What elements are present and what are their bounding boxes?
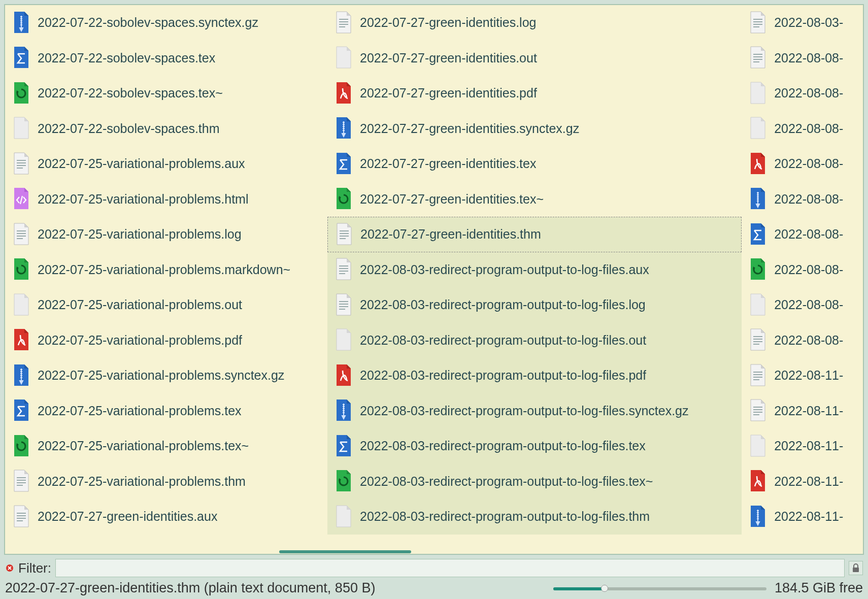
- lock-filter-button[interactable]: [849, 561, 863, 575]
- txt-file-icon: [11, 505, 31, 529]
- file-name-label: 2022-08-11-: [774, 474, 843, 489]
- file-item[interactable]: 2022-08-08-: [742, 252, 863, 288]
- file-item[interactable]: 2022-07-25-variational-problems.aux: [5, 146, 327, 182]
- file-name-label: 2022-08-08-: [774, 121, 843, 136]
- file-item[interactable]: 2022-08-08-: [742, 323, 863, 358]
- tex-file-icon: [11, 46, 31, 70]
- file-item[interactable]: 2022-07-27-green-identities.tex~: [327, 182, 742, 217]
- backup-file-icon: [11, 257, 31, 282]
- file-item[interactable]: 2022-08-03-redirect-program-output-to-lo…: [327, 323, 742, 358]
- scrollbar-thumb[interactable]: [279, 550, 411, 553]
- blank-file-icon: [333, 505, 354, 529]
- file-item[interactable]: 2022-07-27-green-identities.tex: [327, 146, 742, 182]
- file-item[interactable]: 2022-07-27-green-identities.aux: [5, 499, 327, 535]
- file-item[interactable]: 2022-07-22-sobolev-spaces.synctex.gz: [5, 5, 327, 41]
- file-name-label: 2022-08-08-: [774, 192, 843, 207]
- file-item[interactable]: 2022-08-03-redirect-program-output-to-lo…: [327, 499, 742, 535]
- file-name-label: 2022-07-25-variational-problems.aux: [38, 156, 245, 171]
- file-name-label: 2022-08-03-redirect-program-output-to-lo…: [360, 368, 646, 383]
- file-item[interactable]: 2022-08-08-: [742, 76, 863, 111]
- file-name-label: 2022-08-08-: [774, 86, 843, 101]
- file-item[interactable]: 2022-08-03-redirect-program-output-to-lo…: [327, 287, 742, 323]
- blank-file-icon: [748, 293, 768, 317]
- file-item[interactable]: 2022-08-08-: [742, 41, 863, 76]
- file-item[interactable]: 2022-07-22-sobolev-spaces.thm: [5, 111, 327, 147]
- file-item[interactable]: 2022-07-27-green-identities.synctex.gz: [327, 111, 742, 147]
- file-item[interactable]: 2022-07-25-variational-problems.out: [5, 287, 327, 323]
- file-name-label: 2022-07-22-sobolev-spaces.tex~: [38, 86, 223, 101]
- file-item[interactable]: 2022-08-08-: [742, 217, 863, 252]
- file-name-label: 2022-07-25-variational-problems.pdf: [38, 333, 242, 348]
- file-item[interactable]: 2022-07-25-variational-problems.synctex.…: [5, 358, 327, 393]
- filter-label: Filter:: [18, 560, 51, 576]
- file-name-label: 2022-07-27-green-identities.thm: [360, 227, 541, 242]
- file-item[interactable]: 2022-08-08-: [742, 287, 863, 323]
- file-name-label: 2022-07-25-variational-problems.html: [38, 192, 248, 207]
- file-name-label: 2022-08-11-: [774, 509, 843, 524]
- file-item[interactable]: 2022-07-25-variational-problems.pdf: [5, 323, 327, 358]
- file-item[interactable]: 2022-08-08-: [742, 146, 863, 182]
- file-name-label: 2022-08-08-: [774, 156, 843, 171]
- txt-file-icon: [748, 328, 768, 352]
- file-item[interactable]: 2022-07-22-sobolev-spaces.tex: [5, 41, 327, 76]
- filter-input[interactable]: [55, 559, 845, 577]
- file-item[interactable]: 2022-07-25-variational-problems.tex: [5, 393, 327, 429]
- file-item[interactable]: 2022-08-03-redirect-program-output-to-lo…: [327, 393, 742, 429]
- pdf-file-icon: [333, 81, 354, 106]
- txt-file-icon: [333, 293, 354, 317]
- zoom-thumb[interactable]: [601, 585, 608, 592]
- file-name-label: 2022-07-27-green-identities.out: [360, 51, 537, 65]
- file-item[interactable]: 2022-08-11-: [742, 499, 863, 535]
- txt-file-icon: [11, 152, 31, 176]
- clear-filter-icon[interactable]: [5, 563, 14, 573]
- free-space-status: 184.5 GiB free: [775, 580, 863, 596]
- file-item[interactable]: 2022-07-22-sobolev-spaces.tex~: [5, 76, 327, 111]
- backup-file-icon: [333, 469, 354, 493]
- file-item[interactable]: 2022-08-03-redirect-program-output-to-lo…: [327, 358, 742, 393]
- file-name-label: 2022-07-22-sobolev-spaces.synctex.gz: [38, 15, 258, 30]
- txt-file-icon: [334, 222, 354, 247]
- selection-status: 2022-07-27-green-identities.thm (plain t…: [5, 580, 375, 596]
- tex-file-icon: [748, 222, 768, 247]
- file-item[interactable]: 2022-08-03-redirect-program-output-to-lo…: [327, 464, 742, 500]
- file-name-label: 2022-07-27-green-identities.aux: [38, 509, 217, 524]
- file-column: 2022-07-22-sobolev-spaces.synctex.gz2022…: [5, 5, 327, 554]
- file-name-label: 2022-08-03-redirect-program-output-to-lo…: [360, 333, 646, 348]
- file-item[interactable]: 2022-07-27-green-identities.thm: [327, 217, 742, 252]
- file-name-label: 2022-08-11-: [774, 404, 843, 418]
- file-item[interactable]: 2022-07-25-variational-problems.thm: [5, 464, 327, 500]
- file-item[interactable]: 2022-08-08-: [742, 111, 863, 147]
- file-item[interactable]: 2022-08-03-redirect-program-output-to-lo…: [327, 252, 742, 288]
- txt-file-icon: [11, 222, 31, 247]
- backup-file-icon: [748, 257, 768, 282]
- file-name-label: 2022-08-11-: [774, 439, 843, 453]
- file-grid: 2022-07-22-sobolev-spaces.synctex.gz2022…: [5, 5, 863, 554]
- gz-file-icon: [748, 187, 768, 211]
- file-manager-window: 2022-07-22-sobolev-spaces.synctex.gz2022…: [0, 0, 868, 599]
- file-item[interactable]: 2022-08-11-: [742, 464, 863, 500]
- file-name-label: 2022-07-27-green-identities.log: [360, 15, 536, 30]
- file-name-label: 2022-07-22-sobolev-spaces.tex: [38, 51, 215, 65]
- file-item[interactable]: 2022-08-03-redirect-program-output-to-lo…: [327, 428, 742, 464]
- horizontal-scrollbar[interactable]: [5, 550, 863, 554]
- file-item[interactable]: 2022-08-11-: [742, 393, 863, 429]
- file-name-label: 2022-07-27-green-identities.synctex.gz: [360, 121, 579, 136]
- file-item[interactable]: 2022-08-03-: [742, 5, 863, 41]
- file-item[interactable]: 2022-07-27-green-identities.out: [327, 41, 742, 76]
- file-name-label: 2022-07-25-variational-problems.tex: [38, 404, 242, 418]
- file-name-label: 2022-08-03-redirect-program-output-to-lo…: [360, 439, 646, 453]
- file-item[interactable]: 2022-07-25-variational-problems.markdown…: [5, 252, 327, 288]
- file-item[interactable]: 2022-08-08-: [742, 182, 863, 217]
- file-list-pane[interactable]: 2022-07-22-sobolev-spaces.synctex.gz2022…: [4, 4, 864, 555]
- file-item[interactable]: 2022-08-11-: [742, 358, 863, 393]
- status-bar: 2022-07-27-green-identities.thm (plain t…: [0, 579, 868, 599]
- file-item[interactable]: 2022-07-25-variational-problems.tex~: [5, 428, 327, 464]
- file-item[interactable]: 2022-07-27-green-identities.log: [327, 5, 742, 41]
- file-item[interactable]: 2022-07-27-green-identities.pdf: [327, 76, 742, 111]
- tex-file-icon: [333, 434, 354, 458]
- file-item[interactable]: 2022-08-11-: [742, 428, 863, 464]
- file-item[interactable]: 2022-07-25-variational-problems.log: [5, 217, 327, 252]
- file-name-label: 2022-07-25-variational-problems.out: [38, 297, 242, 312]
- zoom-slider[interactable]: [553, 583, 766, 593]
- file-item[interactable]: 2022-07-25-variational-problems.html: [5, 182, 327, 217]
